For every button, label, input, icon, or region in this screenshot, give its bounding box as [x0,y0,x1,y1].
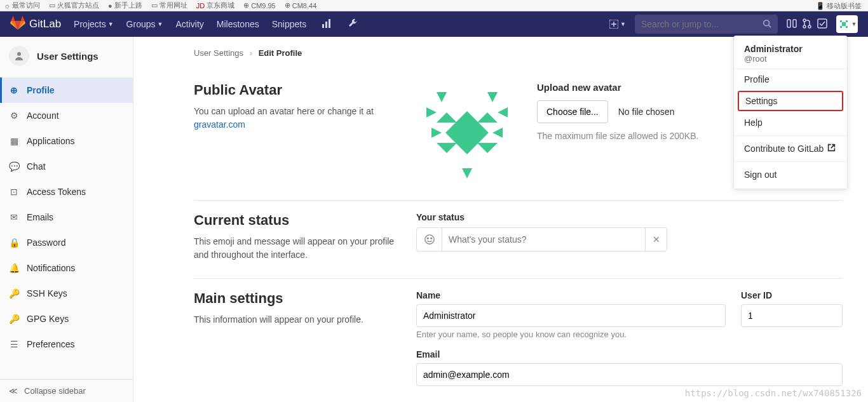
svg-rect-6 [793,20,796,27]
svg-rect-16 [846,26,848,28]
wrench-icon[interactable] [346,16,361,33]
sidebar-item-preferences[interactable]: ☰Preferences [0,332,133,357]
avatar-identicon [837,18,850,30]
token-icon: ⊡ [9,187,19,197]
status-label: Your status [416,212,843,222]
file-size-hint: The maximum file size allowed is 200KB. [537,131,698,141]
bell-icon: 🔔 [9,263,19,273]
svg-marker-20 [426,107,437,117]
chevron-down-icon: ▼ [620,21,626,27]
nav-projects[interactable]: Projects ▼ [74,19,114,29]
chevron-down-icon: ▼ [108,21,114,27]
svg-rect-13 [846,20,848,22]
status-input[interactable] [442,234,645,245]
dropdown-profile[interactable]: Profile [734,69,847,90]
issues-icon[interactable] [784,16,799,33]
svg-rect-0 [322,24,324,28]
sidebar: User Settings ⊕Profile ⚙Account ▦Applica… [0,37,133,402]
key-icon: 🔑 [9,288,19,298]
svg-rect-15 [840,26,842,28]
sidebar-item-applications[interactable]: ▦Applications [0,128,133,154]
todos-icon[interactable] [815,16,830,33]
dropdown-header: Administrator @root [734,40,847,69]
svg-marker-21 [498,107,508,117]
svg-rect-10 [818,19,827,28]
gravatar-link[interactable]: gravatar.com [194,119,245,130]
svg-point-31 [427,238,428,239]
bookmark-item[interactable]: ⊕ CM8.44 [285,1,317,10]
svg-rect-1 [325,22,327,28]
email-input[interactable] [416,363,843,386]
section-desc: This emoji and message will appear on yo… [194,235,397,262]
userid-label: User ID [741,290,843,300]
svg-marker-24 [477,112,498,123]
nav-activity[interactable]: Activity [175,19,203,29]
bookmark-item[interactable]: ⊕ CM9.95 [243,1,276,10]
sidebar-item-emails[interactable]: ✉Emails [0,204,133,230]
breadcrumb-current: Edit Profile [259,48,302,58]
nav-milestones[interactable]: Milestones [217,19,259,29]
sidebar-item-chat[interactable]: 💬Chat [0,154,133,179]
name-hint: Enter your name, so people you know can … [416,330,726,339]
dropdown-help[interactable]: Help [734,112,847,133]
account-icon: ⚙ [9,111,19,121]
lock-icon: 🔒 [9,238,19,248]
dropdown-handle: @root [744,54,837,64]
search-box[interactable] [635,15,778,34]
main-settings-section: Main settings This information will appe… [194,279,843,402]
clear-status-button[interactable]: ✕ [645,228,667,251]
bookmark-item[interactable]: JD 京东商城 [196,1,234,10]
userid-input[interactable] [741,304,843,327]
gitlab-logo[interactable]: GitLab [10,15,61,34]
dropdown-settings[interactable]: Settings [738,91,843,111]
status-input-group: ✕ [416,227,667,251]
bookmark-item[interactable]: ☼ 最常访问 [4,1,40,10]
dropdown-signout[interactable]: Sign out [734,164,847,185]
name-input[interactable] [416,304,726,327]
key-icon: 🔑 [9,314,19,324]
collapse-sidebar[interactable]: ≪ Collapse sidebar [0,379,133,402]
bookmark-item[interactable]: ▭ 常用网址 [151,1,187,10]
nav-links: Projects ▼ Groups ▼ Activity Milestones … [74,19,306,29]
sidebar-item-notifications[interactable]: 🔔Notifications [0,255,133,281]
emoji-picker-button[interactable] [417,228,442,251]
svg-rect-12 [840,20,842,22]
graph-icon[interactable] [319,16,334,33]
breadcrumb-root[interactable]: User Settings [194,48,243,58]
avatar-image [416,82,518,184]
choose-file-button[interactable]: Choose file... [537,100,608,123]
section-title: Current status [194,212,397,229]
tanuki-icon [10,15,25,34]
sidebar-item-profile[interactable]: ⊕Profile [0,77,133,103]
external-link-icon [827,144,836,154]
svg-marker-28 [431,128,442,138]
sidebar-item-ssh-keys[interactable]: 🔑SSH Keys [0,281,133,306]
nav-snippets[interactable]: Snippets [272,19,306,29]
name-label: Name [416,290,726,300]
sidebar-item-access-tokens[interactable]: ⊡Access Tokens [0,179,133,204]
chevron-right-icon: › [250,48,252,58]
new-button[interactable]: ▼ [607,17,628,31]
sidebar-item-account[interactable]: ⚙Account [0,103,133,128]
svg-point-8 [803,25,806,28]
user-icon [9,46,29,66]
user-menu-button[interactable]: ▼ [836,15,858,33]
search-input[interactable] [641,19,763,29]
svg-point-32 [430,238,431,239]
bookmark-item[interactable]: ▭ 火狐官方站点 [49,1,99,10]
section-desc: You can upload an avatar here or change … [194,105,397,131]
search-icon [763,19,771,30]
svg-rect-5 [787,20,790,27]
mobile-bookmarks[interactable]: 📱 移动版书签 [816,1,862,11]
svg-marker-26 [477,143,498,153]
dropdown-contribute[interactable]: Contribute to GitLab [734,138,847,159]
browser-bookmark-bar: ☼ 最常访问 ▭ 火狐官方站点 ● 新手上路 ▭ 常用网址 JD 京东商城 ⊕ … [0,0,868,11]
sidebar-title: User Settings [0,37,133,77]
sidebar-item-gpg-keys[interactable]: 🔑GPG Keys [0,306,133,332]
nav-groups[interactable]: Groups ▼ [126,19,163,29]
bookmark-item[interactable]: ● 新手上路 [108,1,142,10]
svg-rect-14 [842,22,846,26]
sidebar-item-password[interactable]: 🔒Password [0,230,133,255]
nav-tool-icons [319,16,361,33]
merge-requests-icon[interactable] [799,16,815,33]
